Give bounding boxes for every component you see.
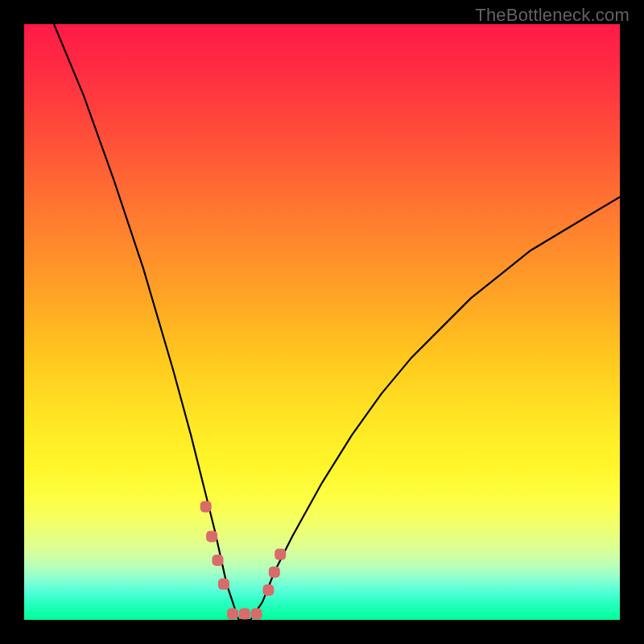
marker-point (275, 549, 286, 560)
marker-point (269, 567, 280, 578)
bottleneck-curve-line (54, 24, 620, 620)
marker-point (213, 555, 224, 566)
marker-point (227, 609, 238, 620)
marker-point (262, 584, 274, 596)
plot-area (24, 24, 620, 620)
watermark-text: TheBottleneck.com (475, 5, 630, 26)
sweet-spot-markers (200, 501, 287, 619)
chart-svg (24, 24, 620, 620)
marker-point (239, 609, 250, 620)
marker-point (200, 501, 212, 512)
marker-point (218, 579, 229, 590)
marker-point (251, 609, 262, 620)
marker-point (206, 530, 217, 542)
